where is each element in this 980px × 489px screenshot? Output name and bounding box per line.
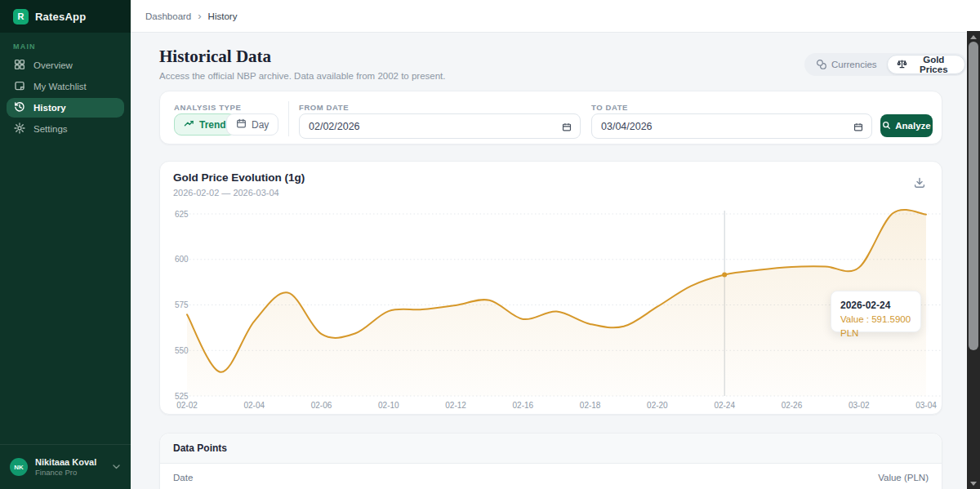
analysis-type-label: ANALYSIS TYPE [174,103,241,112]
sidebar-nav: Overview My Watchlist History Settings [7,56,124,140]
watchlist-icon [14,80,25,93]
svg-text:03-02: 03-02 [849,401,870,410]
nav-section-label: MAIN [13,42,36,51]
from-date-label: FROM DATE [299,103,349,112]
tooltip-date: 2026-02-24 [840,298,911,313]
chevron-down-icon[interactable] [112,460,121,474]
sidebar-item-my-watchlist[interactable]: My Watchlist [7,77,124,96]
chart-tooltip: 2026-02-24 Value : 591.5900 PLN [831,291,921,332]
day-chip-button[interactable]: Day [226,113,278,136]
page-title: Historical Data [159,47,271,67]
user-meta: Nikitaaa Koval Finance Pro [35,457,105,478]
table-title: Data Points [160,433,942,464]
svg-text:02-16: 02-16 [513,401,534,410]
gold-prices-label: Gold Prices [912,55,956,74]
breadcrumb-dashboard[interactable]: Dashboard [145,11,191,21]
trending-up-icon [184,118,194,131]
chart-panel: Gold Price Evolution (1g) 2026-02-02 — 2… [159,161,942,415]
chart-area[interactable]: 52555057560062502-0202-0402-0602-1002-12… [160,207,943,413]
scrollbar-thumb[interactable] [969,42,978,350]
svg-text:600: 600 [175,255,189,264]
gold-prices-toggle-button[interactable]: Gold Prices [887,55,965,74]
svg-text:02-10: 02-10 [378,401,399,410]
download-icon[interactable] [913,176,926,192]
app-name: RatesApp [35,11,86,23]
from-date-input[interactable] [299,113,581,139]
user-role: Finance Pro [35,468,105,477]
calendar-icon [236,118,247,131]
column-value: Value (PLN) [878,473,929,482]
analyze-label: Analyze [895,121,930,131]
column-date: Date [173,473,193,482]
scale-icon [897,59,907,71]
divider [288,101,289,136]
app-logo: R [13,9,29,24]
currencies-label: Currencies [831,60,877,69]
user-name: Nikitaaa Koval [35,457,105,468]
sidebar-item-label: Overview [33,60,73,70]
sidebar-item-label: Settings [33,124,68,134]
sidebar: R RatesApp MAIN Overview My Watchlist Hi… [0,0,131,489]
svg-text:02-20: 02-20 [647,401,668,410]
svg-text:03-04: 03-04 [915,401,937,410]
analyze-button[interactable]: Analyze [880,114,933,137]
svg-text:02-24: 02-24 [714,401,735,410]
trend-label: Trend [199,119,226,131]
breadcrumb-history: History [208,11,238,21]
chart-date-range: 2026-02-02 — 2026-03-04 [173,188,279,198]
svg-text:625: 625 [175,210,189,219]
sidebar-item-history[interactable]: History [7,98,124,118]
user-profile[interactable]: NK Nikitaaa Koval Finance Pro [0,444,131,489]
app-window: R RatesApp MAIN Overview My Watchlist Hi… [0,0,980,489]
vertical-scrollbar [967,31,980,489]
currencies-toggle-button[interactable]: Currencies [806,55,887,74]
scroll-up-arrow-icon[interactable] [970,35,977,39]
svg-text:02-12: 02-12 [445,401,466,410]
mode-toggle: Currencies Gold Prices [804,53,967,76]
grid-icon [14,59,25,72]
sidebar-item-label: My Watchlist [33,82,87,91]
page-subtitle: Access the official NBP archive. Data av… [159,71,446,81]
sidebar-item-settings[interactable]: Settings [7,119,124,139]
logo-letter: R [18,11,24,21]
svg-text:02-02: 02-02 [176,401,198,410]
svg-text:550: 550 [175,346,189,355]
avatar-initials: NK [14,464,24,471]
main-content: Historical Data Access the official NBP … [131,33,967,489]
data-points-panel: Data Points Date Value (PLN) [159,433,942,489]
sidebar-header: R RatesApp [0,0,131,33]
filter-panel: ANALYSIS TYPE Trend Day FROM DATE TO DAT… [159,91,942,144]
svg-text:02-06: 02-06 [311,401,332,410]
topbar: Dashboard › History [131,0,980,33]
price-chart-svg: 52555057560062502-0202-0402-0602-1002-12… [160,207,943,413]
svg-text:02-26: 02-26 [782,401,803,410]
gear-icon [14,122,25,136]
sidebar-item-overview[interactable]: Overview [7,56,124,75]
chart-title: Gold Price Evolution (1g) [173,171,305,184]
sidebar-item-label: History [33,103,66,113]
svg-text:02-18: 02-18 [580,401,601,410]
avatar: NK [10,458,28,476]
svg-text:525: 525 [175,392,189,401]
to-date-input[interactable] [591,113,872,139]
table-header-row: Date Value (PLN) [160,464,942,489]
day-label: Day [252,119,269,131]
coins-icon [816,59,826,71]
scroll-down-arrow-icon[interactable] [970,482,977,486]
search-icon [882,121,891,131]
svg-text:575: 575 [175,300,189,309]
to-date-label: TO DATE [591,103,628,112]
chevron-right-icon: › [198,11,201,21]
tooltip-value: Value : 591.5900 PLN [840,313,911,341]
history-icon [14,101,25,114]
svg-text:02-04: 02-04 [243,401,265,410]
